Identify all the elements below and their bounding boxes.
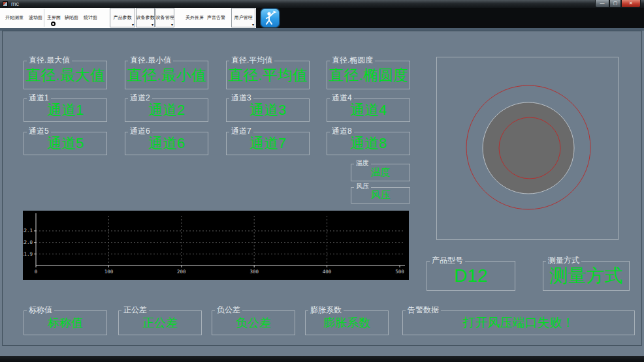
- minus-tolerance-box: 负公差 负公差: [212, 310, 295, 335]
- toolbar-button-device-mgmt[interactable]: 设备管理 ▾: [155, 8, 174, 27]
- alarm-message: 打开风压端口失败！: [403, 311, 634, 335]
- toolbar-button-user-mgmt[interactable]: 用户管理 ▾: [231, 8, 255, 27]
- pressure-box: 风压 风压: [351, 187, 410, 204]
- toolbar-button-wave-chart[interactable]: 波动图: [29, 14, 42, 20]
- taskbar[interactable]: [0, 356, 644, 362]
- dropdown-arrow-icon: ▾: [252, 23, 254, 27]
- person-flag-icon: [261, 9, 279, 27]
- maximize-icon: ▢: [613, 1, 618, 5]
- svg-text:12.1: 12.1: [23, 228, 33, 234]
- window-controls: — ▢ ✕: [595, 0, 641, 8]
- field-value: 直径.最大值: [24, 61, 106, 89]
- measurement-mode-box: 测量方式 测量方式: [543, 261, 630, 291]
- minimize-button[interactable]: —: [595, 0, 609, 8]
- toolbar-button-start-measure[interactable]: 开始测量: [5, 14, 24, 20]
- field-value: 直径.椭圆度: [327, 61, 410, 89]
- temperature-box: 温度 温度: [351, 164, 410, 181]
- minimize-icon: —: [600, 1, 605, 5]
- dropdown-arrow-icon: ▾: [171, 23, 173, 27]
- maximize-button[interactable]: ▢: [609, 0, 621, 8]
- stat-box-diameter-max: 直径.最大值 直径.最大值: [24, 61, 107, 89]
- channel-box-5: 通道5 通道5: [24, 132, 107, 155]
- toolbar-separator: [44, 9, 44, 27]
- field-value: 通道3: [227, 99, 309, 121]
- svg-text:300: 300: [250, 269, 259, 275]
- field-value: 通道4: [327, 99, 410, 121]
- trend-chart: 12.112.011.90100200300400500: [23, 211, 409, 280]
- toolbar-button-label: 产品参数: [114, 14, 132, 21]
- dropdown-arrow-icon: ▾: [132, 23, 134, 27]
- app-window: mc — ▢ ✕ 开始测量 波动图 主界面 缺陷图 统计图 产品参数 ▾ 设备参…: [0, 0, 644, 362]
- field-value: 直径.平均值: [227, 61, 309, 89]
- app-logo-button[interactable]: [261, 8, 280, 27]
- window-margin: [0, 346, 644, 356]
- toolbar-button-label: 用户管理: [234, 14, 253, 21]
- field-value: 通道7: [227, 132, 309, 155]
- field-value: 正公差: [119, 311, 201, 335]
- field-value: 标称值: [24, 311, 106, 335]
- titlebar-dark-area: [256, 8, 644, 28]
- channel-box-4: 通道4 通道4: [327, 98, 410, 122]
- svg-text:12.0: 12.0: [23, 239, 33, 245]
- active-view-indicator-icon: [51, 22, 56, 26]
- alarm-data-box: 告警数据 打开风压端口失败！: [402, 310, 635, 335]
- close-icon: ✕: [629, 1, 633, 5]
- toolbar-button-stats-chart[interactable]: 统计图: [84, 14, 97, 20]
- field-value: 温度: [351, 164, 410, 181]
- toolbar-button-ext-screen[interactable]: 关外推屏: [185, 14, 204, 20]
- titlebar: mc — ▢ ✕: [0, 0, 644, 8]
- field-value: 通道1: [24, 99, 106, 121]
- svg-text:400: 400: [323, 269, 332, 275]
- cross-section-graphic: [437, 57, 618, 239]
- expansion-coefficient-box: 膨胀系数 膨胀系数: [305, 310, 389, 335]
- app-icon: [3, 1, 8, 7]
- toolbar-button-sound-alarm[interactable]: 声音告警: [207, 14, 225, 20]
- toolbar-button-product-params[interactable]: 产品参数 ▾: [110, 8, 135, 27]
- svg-text:500: 500: [395, 269, 404, 275]
- field-value: 膨胀系数: [306, 311, 388, 335]
- channel-box-2: 通道2 通道2: [125, 98, 208, 122]
- field-value: 测量方式: [543, 262, 629, 290]
- toolbar-button-defect-chart[interactable]: 缺陷图: [65, 14, 78, 20]
- channel-box-8: 通道8 通道8: [327, 132, 410, 155]
- channel-box-3: 通道3 通道3: [226, 98, 310, 122]
- channel-box-1: 通道1 通道1: [24, 98, 107, 122]
- toolbar-button-device-params[interactable]: 设备参数 ▾: [136, 8, 155, 27]
- field-value: D12: [427, 262, 515, 290]
- window-title: mc: [11, 1, 19, 7]
- stat-box-diameter-min: 直径.最小值 直径.最小值: [125, 61, 208, 89]
- svg-text:200: 200: [177, 269, 186, 275]
- stat-box-diameter-ovality: 直径.椭圆度 直径.椭圆度: [327, 61, 410, 89]
- svg-text:0: 0: [35, 269, 38, 275]
- toolbar: 开始测量 波动图 主界面 缺陷图 统计图 产品参数 ▾ 设备参数 ▾ 设备管理 …: [0, 8, 256, 28]
- trend-chart-panel: 12.112.011.90100200300400500: [23, 211, 409, 280]
- field-value: 负公差: [212, 311, 295, 335]
- field-value: 风压: [351, 188, 410, 203]
- nominal-value-box: 标称值 标称值: [24, 310, 107, 335]
- close-button[interactable]: ✕: [621, 0, 641, 8]
- field-value: 通道6: [125, 132, 208, 155]
- stat-box-diameter-avg: 直径.平均值 直径.平均值: [226, 61, 310, 89]
- field-value: 直径.最小值: [125, 61, 208, 89]
- field-value: 通道5: [24, 132, 106, 155]
- svg-text:100: 100: [105, 269, 114, 275]
- main-panel: 直径.最大值 直径.最大值 直径.最小值 直径.最小值 直径.平均值 直径.平均…: [2, 31, 642, 346]
- toolbar-button-label: 设备参数: [137, 14, 155, 21]
- field-value: 通道8: [327, 132, 410, 155]
- plus-tolerance-box: 正公差 正公差: [118, 310, 202, 335]
- toolbar-button-label: 设备管理: [156, 14, 174, 21]
- cross-section-display-panel: [436, 57, 619, 240]
- product-model-box: 产品型号 D12: [427, 261, 515, 291]
- dropdown-arrow-icon: ▾: [152, 23, 153, 27]
- field-value: 通道2: [125, 99, 208, 121]
- channel-box-6: 通道6 通道6: [125, 132, 208, 155]
- toolbar-button-main-view[interactable]: 主界面: [47, 14, 61, 20]
- channel-box-7: 通道7 通道7: [226, 132, 310, 155]
- svg-text:11.9: 11.9: [23, 251, 33, 257]
